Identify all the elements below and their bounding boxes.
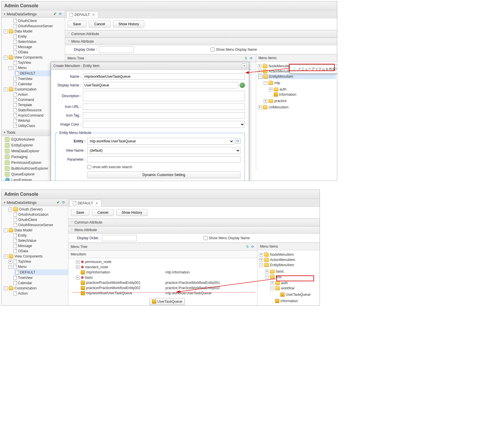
iconurl-input[interactable] [83,104,245,110]
tool-eqlworksheet[interactable]: EQLWorksheet [11,137,34,142]
tree-viewcomponents[interactable]: View Components [14,55,43,59]
tree-oauthresourceserver[interactable]: OAuthResourceServer [18,24,53,28]
description-input[interactable] [83,91,245,101]
tool-langexplorer[interactable]: LangExplorer [11,178,32,181]
mi-information[interactable]: Information [280,299,298,303]
common-attribute-section[interactable]: ˄Common Attribute [68,219,320,226]
expand-toggle[interactable]: − [4,56,8,59]
tool-queueexplorer[interactable]: QueueExplorer [11,172,35,176]
mi-mtp[interactable]: mtp [276,275,282,279]
expand-toggle[interactable]: + [258,70,262,73]
mi-basic[interactable]: basic [276,269,284,273]
save-button[interactable]: Save [71,209,90,216]
tab-default[interactable]: DEFAULT ✕ [66,11,98,18]
entity-select[interactable]: mtp.workflow.UserTaskQueue [87,138,234,145]
cancel-button[interactable]: Cancel [92,209,114,216]
tree-asynccommand[interactable]: AsyncCommand [18,113,43,117]
expand-toggle[interactable]: + [265,306,269,306]
tree-command[interactable]: Command [18,98,34,102]
mi-auth[interactable]: auth [281,281,288,285]
tree-calendar[interactable]: Calendar [18,82,32,86]
tool-entityexplorer[interactable]: EntityExplorer [11,143,33,147]
imagecolor-select[interactable] [83,121,245,128]
expand-toggle[interactable]: − [265,275,269,279]
mi-entitymenuitem[interactable]: EntityMenuItem [269,75,293,79]
tree-action[interactable]: Action [18,92,28,97]
tree-viewcomponents[interactable]: View Components [14,254,43,258]
show-menu-display-name-checkbox[interactable] [211,48,215,52]
expand-toggle[interactable]: + [259,258,263,262]
expand-toggle[interactable]: − [4,30,8,33]
sort-icon[interactable]: ⇅ [244,56,248,61]
tree-treeview[interactable]: TreeView [18,77,32,81]
close-icon[interactable]: ✕ [95,201,98,205]
expand-toggle[interactable]: − [8,265,12,269]
tree-menu[interactable]: Menu [18,265,27,269]
expand-toggle[interactable]: + [264,99,267,103]
tree-oauthclient[interactable]: OAuthClient [18,218,37,222]
tree-staticresource[interactable]: StaticResource [18,108,41,112]
tree-odata[interactable]: OData [18,249,28,253]
tool-packaging[interactable]: Packaging [11,155,28,159]
refresh-icon[interactable]: ⟳ [61,200,66,205]
tree-oauthauthorization[interactable]: OAuthAuthorization [18,213,48,217]
mi-usertaskqueue-row[interactable]: UserTaskQueue [276,292,318,297]
expand-toggle[interactable]: + [76,276,80,280]
tree-entity[interactable]: Entity [18,35,27,39]
sort-icon[interactable]: ⇅ [245,244,250,249]
show-menu-display-name-checkbox[interactable] [204,236,208,240]
expand-toggle[interactable]: + [270,281,274,285]
menu-attribute-section[interactable]: ˅Menu Attribute [65,38,337,45]
expand-toggle[interactable]: − [4,286,8,290]
tree-default-selected[interactable]: DEFAULT [14,269,68,275]
displayname-input[interactable] [83,82,238,88]
mi-information[interactable]: Information [279,92,296,97]
mi-actionmenuitem[interactable]: ActionMenuItem [270,258,295,262]
expand-toggle[interactable]: + [258,106,262,109]
tree-datamodel[interactable]: Data Model [14,29,32,33]
tab-default[interactable]: DEFAULT ✕ [70,200,101,206]
menu-attribute-section[interactable]: ˅Menu Attribute [68,226,320,234]
expand-toggle[interactable]: + [8,260,12,264]
mi-practice[interactable]: practice [274,99,287,103]
dialog-close-icon[interactable]: ✕ [242,64,247,68]
icontag-input[interactable] [83,112,245,119]
show-with-execute-search-checkbox[interactable] [87,165,91,169]
expand-toggle[interactable]: + [259,253,263,257]
expand-toggle[interactable]: + [76,260,80,264]
save-button[interactable]: Save [68,21,86,28]
display-order-input[interactable] [99,46,134,53]
expand-toggle[interactable]: − [8,66,12,70]
tree-topview[interactable]: TopView [18,61,31,65]
menu-tree-row[interactable]: +⬢standard_node [70,264,256,270]
tree-message[interactable]: Message [18,45,32,49]
drag-chip[interactable]: UserTaskQueue [149,298,185,305]
tree-selectvalue[interactable]: SelectValue [18,40,36,44]
expand-toggle[interactable]: − [258,75,262,79]
close-icon[interactable]: ✕ [92,13,95,17]
menu-tree-row[interactable]: practice/PracticeWorkflowEntity001practi… [70,280,256,285]
show-history-button[interactable]: Show History [113,21,145,28]
tree-customization[interactable]: Customization [14,87,37,91]
menu-tree-row[interactable]: +⬢permission_node [70,259,256,264]
refresh-icon[interactable]: ⟳ [249,56,254,61]
refresh-icon[interactable]: ⟳ [58,12,63,16]
tree-message[interactable]: Message [18,244,32,248]
tool-metadataexplorer[interactable]: MetaDataExplorer [11,149,39,153]
mi-urlmenuitem[interactable]: UrlMenuItem [269,105,289,109]
tree-oauthclient[interactable]: OAuthClient [18,19,37,23]
tool-permissionexplorer[interactable]: PermissionExplorer [11,161,41,165]
display-order-input[interactable] [102,235,137,241]
expand-toggle[interactable]: + [258,64,262,68]
globe-icon[interactable] [240,83,245,88]
tree-entity[interactable]: Entity [18,233,27,237]
tree-oauth-server[interactable]: OAuth (Server) [19,207,43,211]
mi-entitymenuitem[interactable]: EntityMenuItem [270,263,294,267]
tree-action[interactable]: Action [18,291,28,295]
cancel-button[interactable]: Cancel [89,21,110,28]
tree-oauthresourceserver[interactable]: OAuthResourceServer [18,223,53,227]
expand-toggle[interactable]: + [265,270,269,273]
dynamic-customize-button[interactable]: Dynamic Customize Setting [87,171,240,178]
mi-workflow[interactable]: workflow [281,286,295,290]
menu-tree-row[interactable]: mtp/workflow/UserTaskQueuemtp.workflow.U… [70,291,256,296]
